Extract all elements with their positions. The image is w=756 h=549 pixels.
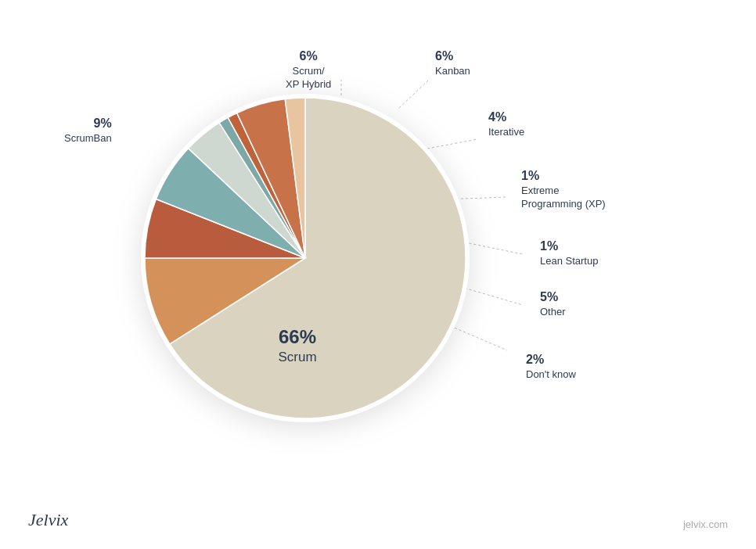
name-dontknow: Don't know [526,368,576,382]
pct-kanban: 6% [435,48,470,65]
pct-lean: 1% [540,239,598,255]
label-lean: 1% Lean Startup [540,239,598,268]
label-scrumban: 9% ScrumBan [64,116,112,145]
name-lean: Lean Startup [540,255,598,268]
pct-xp: 1% [521,168,606,185]
pie-chart [133,86,477,430]
label-dontknow: 2% Don't know [526,352,576,382]
name-iterative: Iterative [488,126,524,139]
page: 9% ScrumBan 6% Scrum/XP Hybrid 6% Kanban… [0,0,756,549]
label-scrumxp: 6% Scrum/XP Hybrid [286,48,331,92]
label-iterative: 4% Iterative [488,109,524,139]
pct-iterative: 4% [488,109,524,126]
brand-name: Jelvix [28,510,68,530]
pct-scrumban: 9% [64,116,112,132]
label-scrum: 66% Scrum [250,325,344,366]
name-xp: ExtremeProgramming (XP) [521,185,606,211]
name-kanban: Kanban [435,65,470,78]
label-xp: 1% ExtremeProgramming (XP) [521,168,606,211]
name-scrumxp: Scrum/XP Hybrid [286,65,331,92]
pct-dontknow: 2% [526,352,576,368]
brand-url: jelvix.com [683,518,728,530]
label-kanban: 6% Kanban [435,48,470,78]
pct-other: 5% [540,289,566,306]
name-scrum: Scrum [250,349,344,366]
pct-scrum: 66% [250,325,344,349]
name-other: Other [540,306,566,319]
pct-scrumxp: 6% [286,48,331,65]
name-scrumban: ScrumBan [64,132,112,145]
label-other: 5% Other [540,289,566,319]
